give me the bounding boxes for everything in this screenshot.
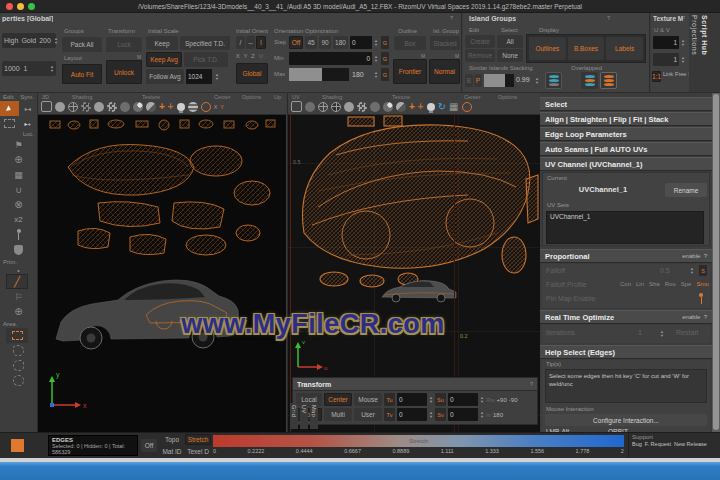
specified-td-button[interactable]: Specified T.D. — [180, 36, 230, 50]
su-stepper[interactable]: ▲▼ — [480, 396, 484, 404]
tab-script-hub[interactable]: Script Hub — [701, 15, 708, 75]
right-panel-scrollbar[interactable] — [712, 93, 720, 432]
uv-texture-half-icon[interactable] — [396, 102, 406, 112]
matcap-icon[interactable] — [188, 102, 198, 112]
profile-sha[interactable]: Sha — [649, 281, 660, 287]
v-mult-value[interactable]: 1 — [653, 53, 679, 66]
uv-grid-icon[interactable]: ▦ — [449, 102, 458, 112]
symmetry-pick-button[interactable]: ▸+ — [19, 116, 38, 131]
shading-flat-icon[interactable] — [55, 102, 65, 112]
section-proportional[interactable]: Proportional enable ? — [540, 249, 712, 263]
uv-texture-checker-icon[interactable] — [357, 102, 367, 112]
delete-tool-button[interactable]: ⊗ — [0, 197, 37, 212]
proportional-enable[interactable]: enable ? — [682, 253, 707, 259]
min-stepper[interactable]: ▲▼ — [374, 52, 378, 65]
keep-avg-button[interactable]: Keep Avg — [146, 52, 182, 67]
texture-half-icon[interactable] — [146, 102, 156, 112]
orient-i-button[interactable]: I — [256, 36, 266, 49]
unlock-button[interactable]: Unlock — [106, 60, 142, 84]
section-help-select[interactable]: Help Select (Edges) — [540, 345, 712, 359]
v-mult-stepper[interactable]: ▲▼ — [681, 53, 685, 66]
transform-help-icon[interactable]: ? — [530, 381, 533, 387]
free-button[interactable]: Free — [675, 71, 686, 82]
mat-id-button[interactable]: Mat ID — [160, 446, 184, 457]
keep-button[interactable]: Keep — [146, 36, 178, 50]
select-tool-button[interactable] — [0, 101, 19, 116]
feature-request-button[interactable]: F. Request — [645, 441, 671, 447]
min-value[interactable]: 0 — [289, 52, 372, 65]
labels-button[interactable]: Labels — [606, 37, 643, 60]
tu-value[interactable]: 0 — [397, 393, 427, 406]
rto-enable[interactable]: enable ? — [682, 314, 707, 320]
stacking-mode-icon-button[interactable] — [545, 72, 562, 89]
falloff-stepper[interactable]: ▲▼ — [690, 265, 694, 276]
stacked-button[interactable]: Stacked — [430, 36, 460, 50]
falloff-s-button[interactable]: S — [699, 265, 707, 276]
new-release-button[interactable]: New Release — [674, 441, 707, 447]
step-180-button[interactable]: 180 — [333, 36, 348, 49]
falloff-value[interactable]: 0.5 — [660, 267, 670, 274]
center-pivot-button[interactable]: Center — [324, 393, 352, 406]
tu-stepper[interactable]: ▲▼ — [429, 396, 433, 404]
texture-mult-help-icon[interactable]: ? — [682, 15, 685, 21]
select-none-button[interactable]: None — [497, 49, 523, 62]
weld-tool-button[interactable]: ∪ — [0, 182, 37, 197]
texel-d-button[interactable]: Texel D — [185, 446, 211, 457]
create-button[interactable]: Create — [465, 35, 495, 48]
select-all-button[interactable]: All — [497, 35, 523, 48]
sv-value[interactable]: 0 — [448, 408, 478, 421]
overlapped-on-icon-button[interactable] — [600, 72, 617, 89]
step-off-button[interactable]: Off — [289, 36, 303, 49]
quality-stepper[interactable]: ▲▼ — [54, 37, 58, 45]
multi-pivot-button[interactable]: Multi — [324, 408, 352, 421]
uv-texture-none-icon[interactable] — [344, 102, 354, 112]
uv-center-all-icon[interactable]: + — [418, 102, 424, 112]
topo-button[interactable]: Topo — [160, 434, 184, 445]
protect-tool-button[interactable] — [0, 242, 37, 257]
backface-icon[interactable] — [201, 102, 211, 112]
tab-map[interactable]: Map — [310, 403, 318, 429]
viewport-uv[interactable]: UV Shading Texture Center Options + + ↻ … — [287, 92, 540, 432]
tab-grid[interactable]: Grid — [290, 403, 298, 429]
section-uv-channel[interactable]: UV Channel (UVChannel_1) — [540, 157, 712, 171]
follow-avg-stepper[interactable]: ▲▼ — [215, 69, 219, 84]
section-rto[interactable]: Real Time Optimize enable ? — [540, 310, 712, 324]
minimize-button[interactable] — [17, 3, 24, 10]
pick-td-button[interactable]: Pick T.D. — [184, 52, 228, 67]
mouse-pivot-button[interactable]: Mouse — [354, 393, 382, 406]
stacking-stepper[interactable]: ▲▼ — [535, 74, 539, 87]
stacking-b-button[interactable]: B — [465, 74, 473, 87]
configure-interaction-button[interactable]: Configure Interaction... — [545, 414, 707, 426]
section-auto-seams[interactable]: Auto Seams | Full AUTO UVs — [540, 142, 712, 156]
sphere-tool-button[interactable]: ⊕ — [0, 152, 37, 167]
user-pivot-button[interactable]: User — [354, 408, 382, 421]
iterations-stepper[interactable]: ▲▼ — [660, 327, 664, 340]
center-selection-icon[interactable]: + — [159, 102, 165, 112]
normal-button[interactable]: Normal — [429, 59, 460, 84]
uv-set-item[interactable]: UVChannel_1 — [547, 212, 703, 221]
remove-button[interactable]: Remove — [465, 49, 495, 62]
pack-resolution-field[interactable]: 1000 1 ▲▼ — [2, 61, 56, 76]
tv-value[interactable]: 0 — [397, 408, 427, 421]
pack-all-button[interactable]: Pack All — [62, 37, 102, 52]
axis-z-button[interactable]: Z — [251, 53, 254, 59]
symmetry-toggle-button[interactable]: ▸◂ — [19, 101, 38, 116]
line-primitive-button[interactable]: ╱ — [6, 274, 28, 289]
axis-x-button[interactable]: X — [236, 53, 240, 59]
up-y-button[interactable]: Y — [220, 104, 224, 110]
viewport-3d[interactable]: 3D Shading Texture Center Options Up + + — [38, 92, 286, 432]
uv-maximize-viewport-icon[interactable] — [291, 101, 302, 112]
bug-button[interactable]: Bug — [632, 441, 642, 447]
step-stepper[interactable]: ▲▼ — [374, 36, 378, 49]
profile-smo[interactable]: Smo — [696, 281, 708, 287]
one-one-button[interactable]: 1:1 — [652, 71, 661, 82]
sv-stepper[interactable]: ▲▼ — [480, 411, 484, 419]
stacking-p-button[interactable]: P — [474, 74, 482, 87]
step-g-button[interactable]: G — [381, 36, 389, 49]
double-tool-button[interactable]: x2 — [0, 212, 37, 227]
center-all-icon[interactable]: + — [168, 102, 174, 112]
rotate-plus90-button[interactable]: +90 — [497, 397, 507, 403]
pack-quality-field[interactable]: High Gold 200 ▲▼ — [2, 33, 56, 48]
frontier-button[interactable]: Frontier — [393, 59, 427, 84]
uv-shading-flat-icon[interactable] — [305, 102, 315, 112]
